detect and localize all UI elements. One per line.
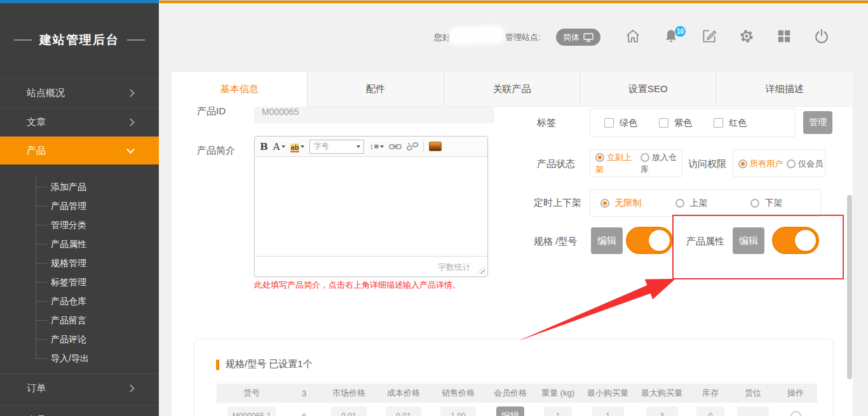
schedule-option-off-shelf[interactable]: 下架 — [750, 197, 782, 209]
spec-model-toggle[interactable] — [626, 227, 673, 254]
panel-scrollbar-thumb[interactable] — [847, 195, 852, 379]
access-option-members-only[interactable]: 仅会员 — [787, 158, 823, 170]
tag-label: 红色 — [729, 117, 747, 128]
app-title: 建站管理后台 — [39, 32, 119, 48]
status-option-warehouse[interactable]: 放入仓库 — [641, 151, 682, 175]
checkbox-icon[interactable] — [604, 118, 614, 128]
sidebar-subitem-product-attrs[interactable]: 产品属性 — [51, 234, 86, 253]
sidebar-item-products[interactable]: 产品 — [0, 136, 159, 164]
radio-icon[interactable] — [641, 153, 649, 162]
cell-market-price: 0.01 — [322, 406, 376, 416]
sidebar-subitem-import-export[interactable]: 导入/导出 — [51, 349, 89, 368]
tab-seo[interactable]: 设置SEO — [580, 72, 716, 107]
highlight-control[interactable]: ab — [290, 141, 305, 152]
manage-tags-button[interactable]: 管理 — [803, 111, 832, 134]
grid-icon[interactable] — [776, 28, 792, 44]
row-action-icon[interactable] — [790, 411, 801, 416]
cost-price-value[interactable]: 0.01 — [386, 406, 421, 416]
subitem-label: 导入/导出 — [51, 353, 89, 363]
schedule-label: 定时上下架 — [534, 197, 581, 209]
tag-option-red[interactable]: 红色 — [714, 117, 747, 129]
specs-table-row: M000065-1 6 0.01 0.01 1.00 编辑 1 1 3 0 — [217, 405, 817, 416]
subitem-label: 管理分类 — [51, 220, 86, 230]
sidebar-subitem-reviews[interactable]: 产品评论 — [51, 330, 86, 349]
font-color-control[interactable]: A — [273, 141, 285, 152]
font-color-icon: A — [273, 141, 280, 152]
sidebar-item-site-overview[interactable]: 站点概况 — [0, 78, 159, 107]
subitem-label: 产品属性 — [51, 239, 86, 249]
checkbox-icon[interactable] — [659, 118, 668, 128]
tree-tick — [36, 358, 47, 359]
notification-badge: 10 — [675, 26, 686, 37]
sidebar-subitem-product-manage[interactable]: 产品管理 — [51, 196, 86, 215]
col-header-max-qty: 最大购买量 — [635, 387, 689, 399]
radio-selected-icon[interactable] — [738, 159, 747, 168]
sidebar-subitem-spec-manage[interactable]: 规格管理 — [51, 253, 86, 272]
content-top-accent — [159, 1, 868, 3]
member-price-edit-button[interactable]: 编辑 — [496, 406, 524, 416]
cell-stock: 0 — [689, 406, 732, 416]
caret-down-icon — [301, 145, 304, 148]
access-option-all-users[interactable]: 所有用户 — [738, 158, 783, 170]
font-size-select[interactable]: 字号 — [309, 140, 364, 154]
editor-toolbar: B A ab 字号 ↕≡ — [255, 137, 487, 157]
location-value[interactable] — [737, 406, 769, 416]
spec-model-edit-button[interactable]: 编辑 — [591, 227, 623, 254]
status-option-onsale[interactable]: 立刻上架 — [595, 151, 637, 175]
sidebar-subitem-messages[interactable]: 产品留言 — [51, 311, 86, 330]
sidebar-item-members[interactable]: 会员 — [0, 405, 159, 416]
product-intro-label: 产品简介 — [197, 145, 235, 157]
gear-icon[interactable] — [738, 28, 755, 44]
sidebar-subitem-add-product[interactable]: 添加产品 — [51, 177, 86, 196]
specs-table-header: 货号 3 市场价格 成本价格 销售价格 会员价格 重量 (kg) 最小购买量 最… — [217, 384, 817, 403]
sidebar-item-orders[interactable]: 订单 — [0, 373, 159, 402]
language-button[interactable]: 简体 — [556, 29, 600, 46]
tab-related-products[interactable]: 关联产品 — [444, 72, 580, 107]
radio-icon[interactable] — [787, 159, 796, 168]
tag-option-green[interactable]: 绿色 — [604, 117, 637, 129]
col-header-min-qty: 最小购买量 — [581, 387, 635, 399]
sidebar-item-label: 会员 — [27, 414, 46, 416]
link-icon[interactable] — [389, 142, 402, 151]
editor-body[interactable] — [255, 157, 487, 257]
tab-basic-info[interactable]: 基本信息 — [172, 72, 308, 107]
home-icon[interactable] — [625, 28, 641, 44]
col-header-2: 3 — [287, 389, 322, 398]
specs-section-title: 规格/型号 已设置1个 — [226, 358, 313, 370]
radio-selected-icon[interactable] — [595, 153, 604, 162]
resize-grip[interactable] — [477, 266, 485, 274]
min-qty-value[interactable]: 1 — [592, 406, 624, 416]
max-qty-value[interactable]: 3 — [646, 406, 678, 416]
radio-icon[interactable] — [675, 199, 684, 208]
sidebar-subitem-tag-manage[interactable]: 标签管理 — [51, 272, 86, 292]
edit-icon[interactable] — [701, 28, 717, 44]
tab-accessories[interactable]: 配件 — [308, 72, 444, 107]
col-header-weight: 重量 (kg) — [535, 387, 581, 399]
insert-image-icon[interactable] — [429, 142, 442, 151]
weight-value[interactable]: 1 — [544, 406, 572, 416]
checkbox-icon[interactable] — [714, 118, 723, 128]
sidebar-item-articles[interactable]: 文章 — [0, 107, 159, 136]
subitem-label: 标签管理 — [51, 277, 86, 287]
radio-icon[interactable] — [750, 199, 759, 208]
power-icon[interactable] — [813, 28, 830, 44]
highlight-icon: ab — [290, 144, 300, 152]
tag-option-purple[interactable]: 紫色 — [659, 117, 692, 129]
line-height-control[interactable]: ↕≡ — [369, 142, 384, 151]
sidebar-item-label: 站点概况 — [27, 87, 65, 99]
sidebar-item-label: 文章 — [27, 116, 46, 128]
bold-icon[interactable]: B — [260, 141, 268, 152]
sidebar-subitem-warehouse[interactable]: 产品仓库 — [51, 292, 86, 311]
radio-label: 仅会员 — [798, 159, 823, 168]
schedule-option-unlimited[interactable]: 无限制 — [600, 197, 667, 209]
unlink-icon[interactable] — [407, 142, 418, 152]
radio-selected-icon[interactable] — [600, 199, 609, 208]
chevron-right-icon — [126, 118, 135, 126]
sale-price-value[interactable]: 1.00 — [440, 406, 476, 416]
tab-detailed-description[interactable]: 详细描述 — [717, 72, 853, 107]
market-price-value[interactable]: 0.01 — [331, 406, 367, 416]
radio-label: 上架 — [689, 198, 707, 208]
stock-value[interactable]: 0 — [696, 406, 724, 416]
sidebar-subitem-category-manage[interactable]: 管理分类 — [51, 215, 86, 234]
schedule-option-on-shelf[interactable]: 上架 — [675, 197, 742, 209]
